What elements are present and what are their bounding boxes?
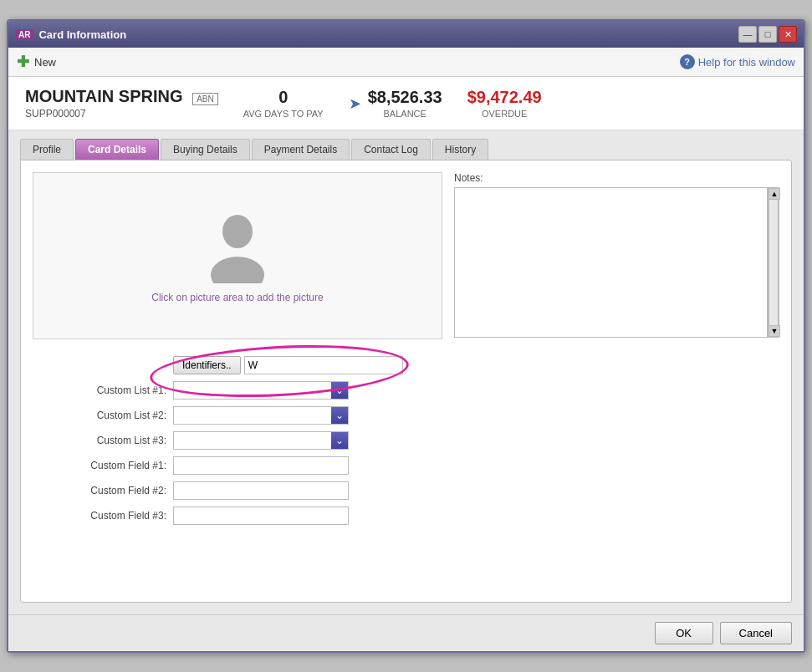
overdue-block: $9,472.49 OVERDUE [467,88,542,119]
custom-field-3-row: Custom Field #3: [33,507,779,525]
balance-value: $8,526.33 [368,88,442,107]
custom-list-3-arrow[interactable]: ⌄ [331,432,348,449]
custom-list-3-label: Custom List #3: [33,435,166,446]
identifiers-input[interactable] [244,356,403,374]
photo-box[interactable]: Click on picture area to add the picture [33,172,442,339]
footer-bar: OK Cancel [8,614,804,651]
arrow-icon: ➤ [349,94,361,113]
help-button[interactable]: ? Help for this window [680,54,795,69]
custom-field-3-input[interactable] [173,507,349,525]
photo-label: Click on picture area to add the picture [151,292,323,303]
tab-contact-log[interactable]: Contact Log [351,139,431,160]
tab-history[interactable]: History [432,139,488,160]
avatar-icon [204,208,271,283]
toolbar: ✚ New ? Help for this window [8,48,804,77]
svg-point-0 [222,215,253,248]
main-window: AR Card Information — □ ✕ ✚ New ? Help f… [7,19,805,653]
custom-list-3-row: Custom List #3: ⌄ [33,431,779,450]
balance-block: ➤ $8,526.33 BALANCE [349,88,442,119]
company-name: MOUNTAIN SPRING ABN [25,87,218,106]
scrollbar-up-btn[interactable]: ▲ [769,188,780,200]
notes-wrapper: ▲ ▼ [454,187,779,338]
custom-list-1-arrow[interactable]: ⌄ [331,382,348,399]
scrollbar-track [769,200,779,325]
maximize-button[interactable]: □ [758,26,777,43]
custom-list-1-dropdown[interactable]: ⌄ [173,381,349,400]
tab-profile[interactable]: Profile [20,139,74,160]
photo-panel: Click on picture area to add the picture [33,172,442,339]
scrollbar-down-btn[interactable]: ▼ [769,325,780,337]
avg-days-label: AVG DAYS TO PAY [243,109,324,119]
custom-list-2-arrow[interactable]: ⌄ [331,407,348,424]
minimize-button[interactable]: — [738,26,757,43]
close-button[interactable]: ✕ [779,26,797,43]
header-section: MOUNTAIN SPRING ABN SUPP000007 0 AVG DAY… [8,77,804,130]
identifiers-button[interactable]: Identifiers.. [173,356,241,374]
new-label[interactable]: New [34,56,56,69]
title-bar-left: AR Card Information [15,28,126,41]
identifiers-field-group: Identifiers.. [173,356,403,374]
custom-field-2-row: Custom Field #2: [33,481,779,500]
ar-badge: AR [15,29,33,40]
custom-field-2-label: Custom Field #2: [33,485,166,496]
balance-label: BALANCE [368,109,442,119]
custom-list-2-dropdown[interactable]: ⌄ [173,406,349,425]
new-plus-icon: ✚ [17,53,29,71]
custom-field-1-label: Custom Field #1: [33,460,166,471]
identifiers-row: Identifiers.. [33,356,779,374]
custom-field-1-input[interactable] [173,456,349,475]
two-col-layout: Click on picture area to add the picture… [33,172,779,339]
custom-list-1-label: Custom List #1: [33,384,166,396]
avg-days-block: 0 AVG DAYS TO PAY [243,88,324,119]
help-label: Help for this window [698,56,795,69]
title-bar: AR Card Information — □ ✕ [8,21,804,48]
cancel-button[interactable]: Cancel [720,622,792,644]
overdue-label: OVERDUE [467,109,542,119]
toolbar-left: ✚ New [17,53,56,71]
company-id: SUPP000007 [25,108,218,120]
custom-field-1-row: Custom Field #1: [33,456,779,475]
custom-list-1-row: Custom List #1: ⌄ [33,381,779,400]
help-icon: ? [680,54,695,69]
custom-list-2-label: Custom List #2: [33,410,166,421]
notes-panel: Notes: ▲ ▼ [454,172,779,339]
content-area: Profile Card Details Buying Details Paym… [8,130,804,614]
fields-section: Identifiers.. Custom List #1: ⌄ Custom L… [33,356,779,525]
tab-payment-details[interactable]: Payment Details [252,139,350,160]
custom-list-2-row: Custom List #2: ⌄ [33,406,779,425]
window-title: Card Information [38,28,126,41]
notes-scrollbar: ▲ ▼ [768,187,779,338]
notes-label: Notes: [454,172,779,184]
company-info: MOUNTAIN SPRING ABN SUPP000007 [25,87,218,120]
tab-content: Click on picture area to add the picture… [20,160,792,603]
abn-badge: ABN [192,93,218,105]
tab-card-details[interactable]: Card Details [75,139,159,160]
avg-days-value: 0 [243,88,324,107]
overdue-value: $9,472.49 [467,88,542,107]
tabs: Profile Card Details Buying Details Paym… [20,139,792,160]
notes-textarea[interactable] [454,187,768,338]
custom-list-3-dropdown[interactable]: ⌄ [173,431,349,450]
window-controls: — □ ✕ [738,26,797,43]
balance-inner: $8,526.33 BALANCE [368,88,442,119]
svg-point-1 [211,257,264,283]
custom-field-2-input[interactable] [173,481,349,500]
ok-button[interactable]: OK [655,622,713,644]
tab-buying-details[interactable]: Buying Details [161,139,250,160]
custom-field-3-label: Custom Field #3: [33,510,166,522]
